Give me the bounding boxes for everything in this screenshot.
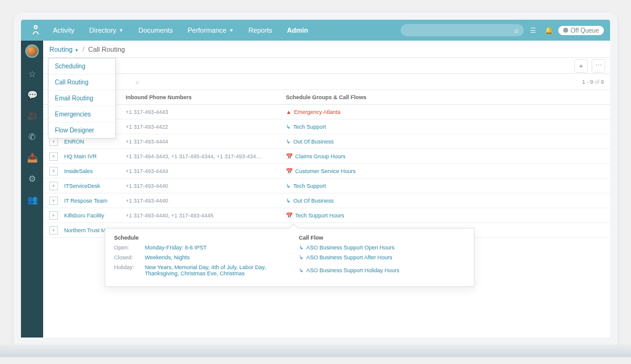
table-row: +Killsboro Facility+1 317-493-4440, +1 3… [43, 208, 610, 223]
row-schedule[interactable]: 📅Tech Support Hours [286, 212, 610, 219]
pop-value[interactable]: Monday-Friday: 8-6 IPST [145, 245, 299, 251]
chevron-down-icon: ▼ [119, 28, 124, 33]
bell-icon[interactable]: 🔔 [542, 26, 556, 34]
pop-header-callflow: Call Flow [299, 235, 465, 241]
pop-value[interactable]: New Years, Memorial Day, 4th of July, La… [145, 264, 299, 277]
row-schedule[interactable]: 📅Customer Service Hours [286, 168, 610, 174]
dropdown-item-scheduling[interactable]: Scheduling [49, 59, 115, 75]
search-icon: ⌕ [515, 26, 519, 34]
search-input[interactable]: ⌕ [401, 24, 524, 36]
arrow-icon: ↳ [299, 245, 304, 251]
nav-admin[interactable]: Admin [281, 23, 314, 38]
schedule-popover: Schedule Call Flow Open:Monday-Friday: 8… [105, 228, 474, 287]
user-icon[interactable]: ☰ [526, 26, 540, 34]
row-phone: +1 317-493-4422 [126, 124, 286, 130]
row-name[interactable]: ITServiceDesk [64, 183, 126, 189]
queue-label: Off Queue [571, 27, 599, 34]
arrow-icon: ↳ [286, 198, 291, 204]
nav-label: Reports [248, 26, 272, 34]
nav-reports[interactable]: Reports [242, 23, 279, 38]
row-schedule[interactable]: ↳Out Of Business [286, 139, 610, 145]
chat-icon[interactable]: 💬 [27, 90, 38, 100]
page-info: 1 - 9 of 9 [582, 79, 604, 85]
users-icon[interactable]: 👥 [27, 195, 38, 204]
table-row: +InsideSales+1 317-493-4444📅Customer Ser… [43, 164, 610, 179]
breadcrumb-current: Call Routing [88, 46, 125, 53]
table-row: +…tory+1 317-493-4422↳Tech Support [43, 119, 610, 134]
search-icon[interactable]: ⌕ [136, 78, 139, 85]
table-row: +HQ Main IVR+1 317-494-3443, +1 317-495-… [43, 149, 610, 164]
expand-button[interactable]: + [49, 152, 58, 161]
cal-icon: 📅 [286, 212, 293, 219]
row-schedule[interactable]: 📅Claims Group Hours [286, 153, 610, 160]
cal-icon: 📅 [286, 153, 293, 160]
phone-icon[interactable]: ✆ [28, 132, 36, 142]
nav-label: Admin [287, 26, 308, 34]
pop-flow[interactable]: ↳ASO Business Support Open Hours [299, 245, 465, 251]
row-name[interactable]: Killsboro Facility [64, 212, 126, 219]
table-headers: Inbound Phone Numbers Schedule Groups & … [43, 90, 610, 105]
nav-label: Directory [89, 26, 116, 34]
pop-value[interactable]: Weekends, Nights [145, 254, 299, 261]
triangle-icon: ▲ [286, 109, 291, 115]
arrow-icon: ↳ [286, 139, 291, 145]
routing-dropdown: Scheduling Call Routing Email Routing Em… [48, 58, 116, 139]
expand-button[interactable]: + [49, 226, 58, 235]
expand-button[interactable]: + [49, 182, 58, 190]
arrow-icon: ↳ [286, 183, 291, 189]
row-schedule[interactable]: ↳Tech Support [286, 183, 610, 189]
more-button[interactable]: ⋯ [592, 59, 605, 73]
dropdown-item-email-routing[interactable]: Email Routing [49, 91, 115, 107]
video-icon[interactable]: 🎥 [27, 111, 38, 121]
row-phone: +1 317-493-4444 [126, 139, 286, 145]
pop-label: Holiday: [114, 264, 145, 277]
pop-flow[interactable]: ↳ASO Business Support Holiday Hours [299, 264, 465, 277]
nav-activity[interactable]: Activity [47, 23, 81, 38]
pop-label: Closed: [114, 254, 145, 261]
dropdown-item-call-routing[interactable]: Call Routing [49, 75, 115, 91]
col-phone: Inbound Phone Numbers [126, 94, 286, 100]
row-name[interactable]: InsideSales [64, 168, 126, 174]
breadcrumb-root[interactable]: Routing ▼ [49, 46, 79, 53]
avatar[interactable] [25, 44, 39, 58]
filter-row: ⌕ 1 - 9 of 9 [43, 74, 610, 90]
top-nav: Activity Directory▼ Documents Performanc… [21, 20, 610, 41]
add-button[interactable]: + [574, 59, 588, 73]
gear-icon[interactable]: ⚙ [28, 174, 36, 184]
table-row: +IT Respose Team+1 317-493-4440↳Out Of B… [43, 193, 610, 208]
dropdown-item-flow-designer[interactable]: Flow Designer [49, 123, 115, 138]
col-sched: Schedule Groups & Call Flows [286, 94, 610, 100]
nav-label: Documents [139, 26, 173, 34]
row-schedule[interactable]: ↳Tech Support [286, 124, 610, 130]
star-icon[interactable]: ☆ [28, 69, 36, 79]
row-phone: +1 317-493-4443 [126, 109, 286, 115]
table-row: +ITServiceDesk+1 317-493-4440↳Tech Suppo… [43, 179, 610, 193]
expand-button[interactable]: + [49, 167, 58, 176]
row-schedule[interactable]: ↳Out Of Business [286, 198, 610, 204]
nav-directory[interactable]: Directory▼ [83, 23, 130, 38]
queue-toggle[interactable]: Off Queue [558, 26, 604, 35]
row-name[interactable]: HQ Main IVR [64, 153, 126, 160]
pop-header-schedule: Schedule [114, 235, 299, 241]
popover-row: Closed:Weekends, Nights↳ASO Business Sup… [114, 254, 465, 261]
chevron-down-icon: ▼ [229, 28, 234, 33]
toolbar: + ⋯ [43, 58, 610, 74]
inbox-icon[interactable]: 📥 [27, 153, 38, 163]
cal-icon: 📅 [286, 168, 293, 174]
row-schedule[interactable]: ▲Emergency Atlanta [286, 109, 610, 115]
nav-performance[interactable]: Performance▼ [181, 23, 240, 38]
nav-label: Activity [53, 26, 75, 34]
chevron-down-icon: ▼ [75, 48, 79, 52]
row-phone: +1 317-493-4440 [126, 183, 286, 189]
nav-documents[interactable]: Documents [132, 23, 179, 38]
status-dot-icon [563, 28, 568, 33]
pop-flow[interactable]: ↳ASO Business Support After Hours [299, 254, 465, 261]
table-body: +…ter+1 317-493-4443▲Emergency Atlanta+…… [43, 105, 610, 238]
table-row: +ENRON+1 317-493-4444↳Out Of Business [43, 134, 610, 149]
dropdown-item-emergencies[interactable]: Emergencies [49, 107, 115, 123]
row-phone: +1 317-493-4440, +1 317-493-4445 [126, 212, 286, 219]
row-name[interactable]: ENRON [64, 139, 126, 145]
row-name[interactable]: IT Respose Team [64, 198, 126, 204]
expand-button[interactable]: + [49, 211, 58, 220]
expand-button[interactable]: + [49, 196, 58, 205]
